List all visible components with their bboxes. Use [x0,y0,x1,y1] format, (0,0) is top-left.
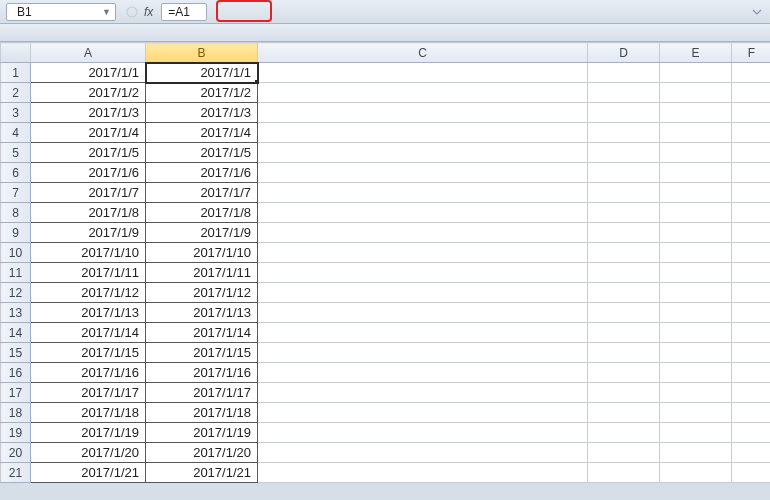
cell-B6[interactable]: 2017/1/6 [146,163,258,183]
cell-F13[interactable] [732,303,771,323]
cell-B16[interactable]: 2017/1/16 [146,363,258,383]
cell-B4[interactable]: 2017/1/4 [146,123,258,143]
row-header[interactable]: 11 [1,263,31,283]
cell-D13[interactable] [588,303,660,323]
cell-E4[interactable] [660,123,732,143]
row-header[interactable]: 18 [1,403,31,423]
cell-E16[interactable] [660,363,732,383]
cell-D7[interactable] [588,183,660,203]
cell-C18[interactable] [258,403,588,423]
cell-D1[interactable] [588,63,660,83]
cell-E15[interactable] [660,343,732,363]
chevron-down-icon[interactable]: ▼ [102,7,111,17]
column-header-D[interactable]: D [588,43,660,63]
cell-E17[interactable] [660,383,732,403]
cell-F9[interactable] [732,223,771,243]
row-header[interactable]: 16 [1,363,31,383]
cell-F12[interactable] [732,283,771,303]
cell-B12[interactable]: 2017/1/12 [146,283,258,303]
cell-A3[interactable]: 2017/1/3 [31,103,146,123]
cell-C15[interactable] [258,343,588,363]
cell-B8[interactable]: 2017/1/8 [146,203,258,223]
cell-B19[interactable]: 2017/1/19 [146,423,258,443]
row-header[interactable]: 21 [1,463,31,483]
cell-F6[interactable] [732,163,771,183]
cell-E2[interactable] [660,83,732,103]
cell-D8[interactable] [588,203,660,223]
cell-A1[interactable]: 2017/1/1 [31,63,146,83]
cell-B21[interactable]: 2017/1/21 [146,463,258,483]
cell-C1[interactable] [258,63,588,83]
cell-B14[interactable]: 2017/1/14 [146,323,258,343]
cell-B3[interactable]: 2017/1/3 [146,103,258,123]
cell-E1[interactable] [660,63,732,83]
cell-E6[interactable] [660,163,732,183]
column-header-C[interactable]: C [258,43,588,63]
cell-B17[interactable]: 2017/1/17 [146,383,258,403]
cell-C2[interactable] [258,83,588,103]
cell-C17[interactable] [258,383,588,403]
cell-E10[interactable] [660,243,732,263]
cell-A4[interactable]: 2017/1/4 [31,123,146,143]
column-header-E[interactable]: E [660,43,732,63]
cell-A12[interactable]: 2017/1/12 [31,283,146,303]
cell-C20[interactable] [258,443,588,463]
cell-E3[interactable] [660,103,732,123]
cancel-button[interactable] [122,3,142,21]
cell-F10[interactable] [732,243,771,263]
cell-D18[interactable] [588,403,660,423]
row-header[interactable]: 3 [1,103,31,123]
cell-E20[interactable] [660,443,732,463]
cell-F8[interactable] [732,203,771,223]
row-header[interactable]: 20 [1,443,31,463]
cell-D6[interactable] [588,163,660,183]
cell-D20[interactable] [588,443,660,463]
cell-C16[interactable] [258,363,588,383]
cell-E5[interactable] [660,143,732,163]
cell-C9[interactable] [258,223,588,243]
row-header[interactable]: 10 [1,243,31,263]
cell-B1[interactable]: 2017/1/1 [146,63,258,83]
cell-A5[interactable]: 2017/1/5 [31,143,146,163]
cell-D9[interactable] [588,223,660,243]
cell-A17[interactable]: 2017/1/17 [31,383,146,403]
formula-bar-expand[interactable] [752,7,764,17]
cell-A9[interactable]: 2017/1/9 [31,223,146,243]
cell-D11[interactable] [588,263,660,283]
cell-F14[interactable] [732,323,771,343]
row-header[interactable]: 12 [1,283,31,303]
cell-A16[interactable]: 2017/1/16 [31,363,146,383]
cell-E8[interactable] [660,203,732,223]
cell-A14[interactable]: 2017/1/14 [31,323,146,343]
cell-A10[interactable]: 2017/1/10 [31,243,146,263]
row-header[interactable]: 17 [1,383,31,403]
row-header[interactable]: 19 [1,423,31,443]
cell-B11[interactable]: 2017/1/11 [146,263,258,283]
row-header[interactable]: 6 [1,163,31,183]
select-all-corner[interactable] [1,43,31,63]
cell-C11[interactable] [258,263,588,283]
cell-F11[interactable] [732,263,771,283]
cell-B5[interactable]: 2017/1/5 [146,143,258,163]
row-header[interactable]: 1 [1,63,31,83]
cell-F16[interactable] [732,363,771,383]
cell-A18[interactable]: 2017/1/18 [31,403,146,423]
cell-A8[interactable]: 2017/1/8 [31,203,146,223]
row-header[interactable]: 15 [1,343,31,363]
cell-E12[interactable] [660,283,732,303]
cell-F2[interactable] [732,83,771,103]
row-header[interactable]: 14 [1,323,31,343]
cell-C12[interactable] [258,283,588,303]
cell-F21[interactable] [732,463,771,483]
cell-C6[interactable] [258,163,588,183]
cell-C7[interactable] [258,183,588,203]
cell-B20[interactable]: 2017/1/20 [146,443,258,463]
cell-D2[interactable] [588,83,660,103]
cell-C8[interactable] [258,203,588,223]
cell-A20[interactable]: 2017/1/20 [31,443,146,463]
cell-E13[interactable] [660,303,732,323]
cell-F18[interactable] [732,403,771,423]
cell-F15[interactable] [732,343,771,363]
cell-A6[interactable]: 2017/1/6 [31,163,146,183]
cell-A15[interactable]: 2017/1/15 [31,343,146,363]
